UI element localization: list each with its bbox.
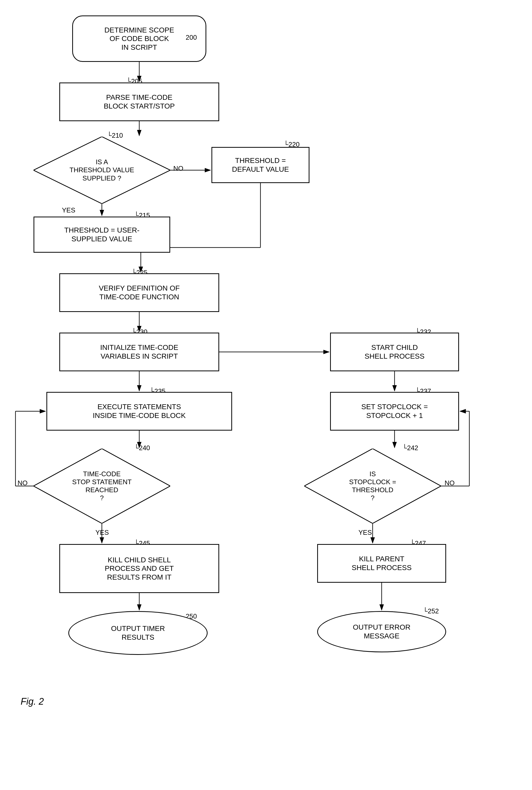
node-205-text: PARSE TIME-CODE BLOCK START/STOP	[104, 93, 175, 110]
node-230-text: INITIALIZE TIME-CODE VARIABLES IN SCRIPT	[100, 343, 178, 361]
node-225: VERIFY DEFINITION OF TIME-CODE FUNCTION	[59, 273, 219, 312]
label-yes-242: YES	[358, 528, 372, 537]
flowchart-diagram: DETERMINE SCOPE OF CODE BLOCK IN SCRIPT …	[0, 0, 532, 790]
node-242-text: IS STOPCLOCK = THRESHOLD ?	[349, 470, 396, 502]
figure-label: Fig. 2	[21, 696, 44, 707]
node-230: INITIALIZE TIME-CODE VARIABLES IN SCRIPT	[59, 333, 219, 371]
node-237-text: SET STOPCLOCK = STOPCLOCK + 1	[361, 403, 428, 420]
node-252-text: OUTPUT ERROR MESSAGE	[353, 623, 411, 640]
label-yes-210: YES	[62, 206, 75, 214]
node-245-text: KILL CHILD SHELL PROCESS AND GET RESULTS…	[105, 556, 174, 582]
node-232: START CHILD SHELL PROCESS	[330, 333, 459, 371]
ref-220: └220	[284, 140, 300, 149]
ref-252: └252	[423, 607, 439, 615]
node-242: IS STOPCLOCK = THRESHOLD ?	[304, 449, 441, 523]
node-225-text: VERIFY DEFINITION OF TIME-CODE FUNCTION	[99, 284, 180, 301]
node-220-text: THRESHOLD = DEFAULT VALUE	[232, 156, 289, 174]
node-210: IS A THRESHOLD VALUE SUPPLIED ?	[34, 137, 170, 204]
node-200-text: DETERMINE SCOPE OF CODE BLOCK IN SCRIPT	[104, 26, 174, 52]
node-245: KILL CHILD SHELL PROCESS AND GET RESULTS…	[59, 544, 219, 593]
label-no-210: NO	[173, 165, 183, 173]
node-205: PARSE TIME-CODE BLOCK START/STOP	[59, 82, 219, 121]
node-215-text: THRESHOLD = USER- SUPPLIED VALUE	[64, 226, 139, 243]
label-no-240: NO	[18, 479, 27, 487]
node-247-text: KILL PARENT SHELL PROCESS	[352, 555, 412, 572]
node-215: THRESHOLD = USER- SUPPLIED VALUE	[34, 216, 170, 253]
node-220: THRESHOLD = DEFAULT VALUE	[211, 147, 309, 183]
node-237: SET STOPCLOCK = STOPCLOCK + 1	[330, 392, 459, 430]
node-240: TIME-CODE STOP STATEMENT REACHED ?	[34, 449, 170, 523]
node-252: OUTPUT ERROR MESSAGE	[317, 611, 446, 652]
node-240-text: TIME-CODE STOP STATEMENT REACHED ?	[72, 470, 132, 502]
node-235-text: EXECUTE STATEMENTS INSIDE TIME-CODE BLOC…	[93, 403, 186, 420]
label-no-242: NO	[444, 479, 455, 487]
ref-200: 200	[186, 34, 197, 41]
node-247: KILL PARENT SHELL PROCESS	[317, 544, 446, 583]
node-235: EXECUTE STATEMENTS INSIDE TIME-CODE BLOC…	[46, 392, 232, 430]
node-250: OUTPUT TIMER RESULTS	[68, 611, 208, 655]
node-210-text: IS A THRESHOLD VALUE SUPPLIED ?	[70, 158, 134, 182]
node-250-text: OUTPUT TIMER RESULTS	[111, 624, 165, 641]
label-yes-240: YES	[95, 528, 109, 537]
node-232-text: START CHILD SHELL PROCESS	[365, 343, 424, 361]
